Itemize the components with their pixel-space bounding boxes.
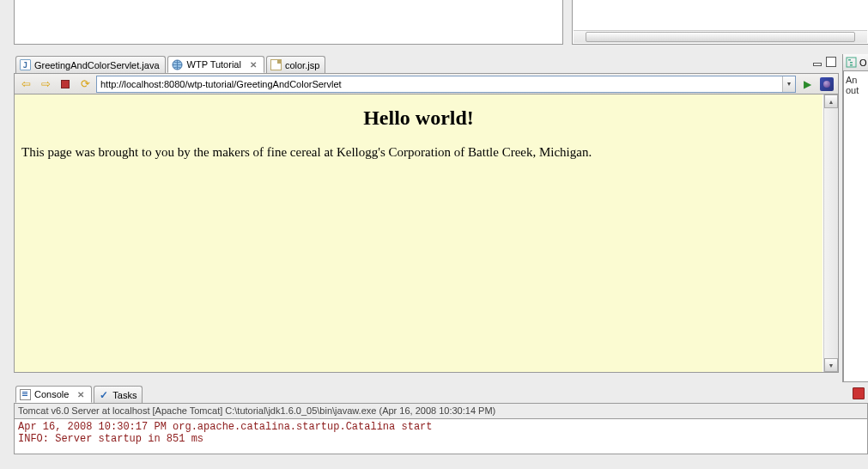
horizontal-scrollbar[interactable] (574, 30, 867, 43)
tab-tasks[interactable]: ✓ Tasks (94, 386, 143, 403)
outline-tab[interactable]: O (843, 54, 868, 71)
stop-button[interactable] (57, 76, 74, 93)
jsp-file-icon (270, 59, 282, 70)
forward-button[interactable]: ⇨ (37, 76, 54, 93)
console-line: INFO: Server startup in 851 ms (18, 433, 864, 445)
outline-icon (846, 57, 857, 68)
open-external-button[interactable] (818, 76, 835, 93)
tab-label: color.jsp (285, 60, 319, 70)
page-heading: Hello world! (21, 107, 816, 130)
back-button[interactable]: ⇦ (17, 76, 34, 93)
console-line: Apr 16, 2008 10:30:17 PM org.apache.cata… (18, 421, 864, 433)
console-title: Tomcat v6.0 Server at localhost [Apache … (14, 403, 868, 418)
url-field: ▾ (96, 76, 796, 93)
terminate-icon[interactable] (853, 387, 865, 399)
scroll-down-button[interactable]: ▼ (824, 358, 838, 372)
tab-label: Console (34, 389, 69, 399)
url-input[interactable] (97, 76, 782, 92)
go-button[interactable]: ▶ (798, 76, 816, 93)
console-icon (20, 389, 31, 400)
play-icon: ▶ (804, 78, 811, 90)
page-paragraph: This page was brought to you by the make… (21, 145, 816, 160)
svg-rect-2 (848, 59, 851, 61)
editor-tabs: J GreetingAndColorServlet.java WTP Tutor… (14, 54, 839, 73)
empty-editor-panel (14, 0, 563, 45)
outline-tab-label: O (859, 58, 867, 68)
svg-rect-3 (850, 62, 853, 64)
tab-greeting-servlet[interactable]: J GreetingAndColorServlet.java (15, 56, 166, 73)
tab-color-jsp[interactable]: color.jsp (266, 56, 325, 73)
stop-icon (61, 80, 70, 88)
bottom-tabs: Console ✕ ✓ Tasks (14, 386, 868, 403)
refresh-icon: ⟳ (81, 77, 90, 90)
refresh-button[interactable]: ⟳ (76, 76, 94, 93)
arrow-left-icon: ⇦ (21, 77, 31, 90)
scroll-up-button[interactable]: ▲ (824, 94, 838, 108)
url-dropdown-button[interactable]: ▾ (782, 76, 795, 92)
tab-label: GreetingAndColorServlet.java (34, 60, 160, 70)
outline-body: An out (843, 71, 868, 382)
tab-label: Tasks (112, 390, 137, 400)
top-right-panel (572, 0, 868, 45)
globe-icon (172, 58, 184, 70)
tasks-icon: ✓ (98, 389, 109, 400)
close-icon[interactable]: ✕ (248, 59, 258, 70)
editor-window-controls (811, 56, 837, 68)
console-toolbar (853, 387, 865, 401)
outline-view: O An out (842, 54, 868, 382)
minimize-icon[interactable] (811, 56, 823, 68)
editor-area: J GreetingAndColorServlet.java WTP Tutor… (14, 54, 839, 382)
maximize-icon[interactable] (825, 56, 837, 68)
top-split-area (0, 0, 868, 54)
console-output[interactable]: Apr 16, 2008 10:30:17 PM org.apache.cata… (14, 418, 868, 454)
vertical-scrollbar[interactable]: ▲ ▼ (823, 94, 838, 372)
tab-label: WTP Tutorial (187, 59, 241, 70)
svg-rect-4 (850, 64, 853, 66)
java-file-icon: J (20, 59, 31, 70)
scrollbar-thumb[interactable] (586, 32, 855, 42)
page-content: Hello world! This page was brought to yo… (15, 94, 822, 372)
arrow-right-icon: ⇨ (41, 77, 51, 90)
tab-console[interactable]: Console ✕ (15, 386, 92, 403)
eclipse-icon (820, 77, 834, 91)
browser-viewport: Hello world! This page was brought to yo… (14, 94, 839, 373)
browser-toolbar: ⇦ ⇨ ⟳ ▾ ▶ (14, 73, 839, 94)
bottom-views: Console ✕ ✓ Tasks Tomcat v6.0 Server at … (14, 386, 868, 469)
close-icon[interactable]: ✕ (76, 389, 86, 399)
tab-wtp-tutorial[interactable]: WTP Tutorial ✕ (167, 56, 264, 73)
